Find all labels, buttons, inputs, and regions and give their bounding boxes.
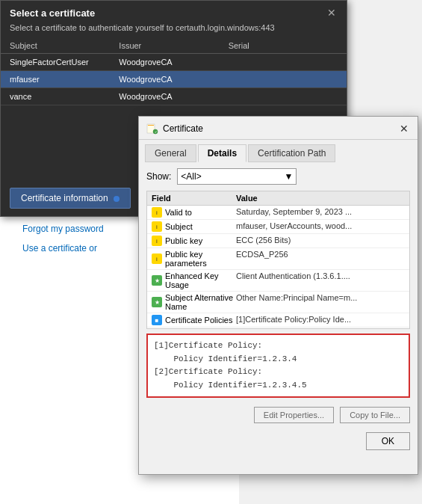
- field-icon-3: i: [152, 253, 162, 264]
- cert-row-1[interactable]: mfauser WoodgroveCA: [1, 71, 347, 88]
- cert-row-2-subject: vance: [10, 92, 119, 101]
- cert-select-subtitle: Select a certificate to authenticate you…: [1, 23, 347, 38]
- cert-details-title: Certificate: [163, 123, 203, 134]
- cert-row-0-serial: [229, 58, 338, 67]
- cert-row-2-serial: [229, 92, 338, 101]
- cert-field-row-5[interactable]: ★Subject Alternative Name Other Name:Pri…: [147, 292, 409, 313]
- cert-field-row-6[interactable]: ■Certificate Policies [1]Certificate Pol…: [147, 313, 409, 328]
- cert-select-titlebar: Select a certificate ✕: [1, 1, 347, 23]
- cert-select-close-button[interactable]: ✕: [326, 7, 338, 19]
- cert-tab-certpath[interactable]: Certification Path: [248, 144, 335, 162]
- cert-row-2[interactable]: vance WoodgroveCA: [1, 88, 347, 105]
- cert-row-1-subject: mfauser: [10, 75, 119, 84]
- field-icon-4: ★: [152, 275, 162, 286]
- cert-col-serial-header: Serial: [229, 41, 338, 50]
- cert-row-1-serial: [229, 75, 338, 84]
- cert-show-value: <All>: [181, 171, 201, 182]
- cert-show-label: Show:: [146, 171, 171, 182]
- cert-field-row-2[interactable]: iPublic key ECC (256 Bits): [147, 234, 409, 248]
- cert-field-row-1[interactable]: iSubject mfauser, UserAccounts, wood...: [147, 220, 409, 234]
- cert-field-row-0[interactable]: iValid to Saturday, September 9, 2023 ..…: [147, 206, 409, 220]
- cert-tab-details[interactable]: Details: [198, 144, 246, 162]
- cert-row-0-issuer: WoodgroveCA: [119, 58, 228, 67]
- svg-text:✓: ✓: [155, 130, 157, 134]
- field-icon-2: i: [152, 236, 162, 246]
- cert-row-2-issuer: WoodgroveCA: [119, 92, 228, 101]
- cert-field-header: Field Value: [147, 191, 409, 206]
- field-icon-6: ■: [152, 315, 162, 325]
- cert-select-title: Select a certificate: [10, 7, 95, 19]
- cert-details-close-button[interactable]: ✕: [397, 121, 412, 136]
- field-icon-0: i: [152, 207, 162, 218]
- cert-row-1-issuer: WoodgroveCA: [119, 75, 228, 84]
- cert-tabs: General Details Certification Path: [139, 140, 418, 162]
- cert-value-box: [1]Certificate Policy: Policy Identifier…: [146, 334, 410, 398]
- cert-action-row: Edit Properties... Copy to File...: [139, 402, 418, 428]
- cert-details-dialog: ✓ Certificate ✕ General Details Certific…: [138, 116, 418, 475]
- cert-tab-general[interactable]: General: [145, 144, 196, 162]
- cert-details-titlebar-left: ✓ Certificate: [146, 123, 203, 135]
- cert-row-0[interactable]: SingleFactorCertUser WoodgroveCA: [1, 54, 347, 71]
- field-icon-1: i: [152, 221, 162, 232]
- chevron-down-icon: ▼: [284, 171, 293, 182]
- svg-rect-1: [148, 125, 154, 126]
- certificate-icon: ✓: [146, 123, 158, 135]
- cert-show-row: Show: <All> ▼: [139, 162, 418, 191]
- cert-ok-row: OK: [139, 428, 418, 456]
- cert-col-subject-header: Subject: [10, 41, 119, 50]
- cert-field-table[interactable]: Field Value iValid to Saturday, Septembe…: [146, 191, 410, 329]
- cert-ok-button[interactable]: OK: [366, 432, 410, 450]
- cert-info-button[interactable]: Certificate information: [10, 188, 131, 209]
- field-icon-5: ★: [152, 297, 162, 307]
- cert-field-row-7[interactable]: iAuthority Key Identifier: [147, 328, 409, 329]
- cert-col-issuer-header: Issuer: [119, 41, 228, 50]
- cert-details-titlebar: ✓ Certificate ✕: [139, 117, 418, 140]
- cert-row-0-subject: SingleFactorCertUser: [10, 58, 119, 67]
- cert-field-row-3[interactable]: iPublic key parameters ECDSA_P256: [147, 248, 409, 270]
- cert-table-scroll[interactable]: SingleFactorCertUser WoodgroveCA mfauser…: [1, 54, 347, 105]
- cert-table-header: Subject Issuer Serial: [1, 38, 347, 54]
- copy-to-file-button[interactable]: Copy to File...: [340, 407, 410, 423]
- edit-properties-button[interactable]: Edit Properties...: [254, 407, 334, 423]
- cert-field-col-header: Field: [152, 194, 236, 203]
- cert-select-footer: Certificate information: [10, 188, 131, 209]
- dot-indicator: [114, 196, 120, 202]
- cert-field-row-4[interactable]: ★Enhanced Key Usage Client Authenticatio…: [147, 270, 409, 292]
- cert-show-select[interactable]: <All> ▼: [177, 168, 297, 185]
- cert-value-col-header: Value: [236, 194, 405, 203]
